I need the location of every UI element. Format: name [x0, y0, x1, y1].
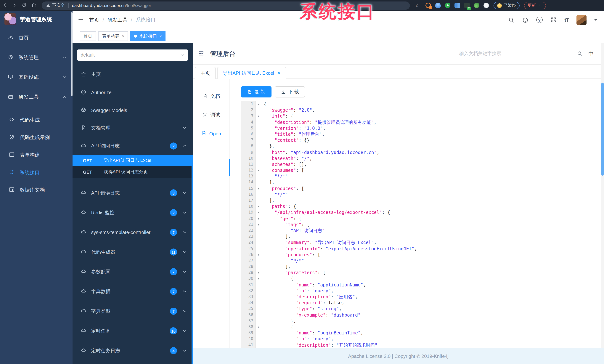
- language-toggle[interactable]: 中: [588, 50, 594, 57]
- extension-icon-paw[interactable]: [483, 3, 489, 8]
- doc-tab-close-icon[interactable]: ✕: [277, 71, 280, 75]
- api-menu-item-Authorize[interactable]: Authorize: [73, 83, 193, 101]
- doc-search-icon[interactable]: [577, 51, 582, 57]
- extension-icon-cn[interactable]: cn: [464, 3, 470, 8]
- main-scrollbar-thumb[interactable]: [601, 83, 604, 176]
- api-menu-item-label: sys-sms-template-controller: [91, 229, 165, 235]
- avatar[interactable]: [577, 15, 587, 25]
- group-select[interactable]: default: [77, 50, 188, 61]
- breadcrumb-item[interactable]: 研发工具: [107, 17, 127, 23]
- browser-forward-button[interactable]: [10, 2, 19, 8]
- app-menu: 首页系统管理基础设施研发工具代码生成代码生成示例表单构建系统接口数据库文档: [0, 28, 73, 199]
- json-editor[interactable]: 1▾ {2 "swagger": "2.0",3▾ "info": {4 "de…: [241, 101, 600, 348]
- api-menu-item-岗位[interactable]: 岗位: [73, 361, 193, 364]
- tag-tab-系统接口[interactable]: 系统接口×: [130, 31, 165, 41]
- doc-nav-文档[interactable]: 文档: [193, 87, 229, 106]
- collapse-menu-icon[interactable]: [198, 50, 204, 57]
- extension-icon-blue-drop[interactable]: [435, 3, 440, 8]
- api-menu-item-字典数据[interactable]: 字典数据7: [73, 282, 193, 301]
- doc-nav-Open[interactable]: Open: [193, 124, 229, 143]
- editor-line: 13 "*/*": [241, 174, 600, 179]
- browser-reload-button[interactable]: [19, 2, 29, 8]
- api-menu-item-主页[interactable]: 主页: [73, 65, 193, 83]
- tag-close-icon[interactable]: ×: [122, 34, 125, 38]
- api-menu-item-Swagger Models[interactable]: Swagger Models: [73, 101, 193, 119]
- api-menu-item-定时任务日志[interactable]: 定时任务日志4: [73, 341, 193, 361]
- extension-icon-orange[interactable]: 1: [425, 3, 431, 8]
- api-menu-item-文档管理[interactable]: 文档管理: [73, 119, 193, 137]
- sidebar-item-研发工具[interactable]: 研发工具: [0, 87, 73, 107]
- fold-toggle-icon[interactable]: ▾: [256, 113, 261, 119]
- font-size-icon[interactable]: tT: [565, 17, 569, 23]
- app-logo-row[interactable]: 芋道管理系统: [0, 11, 73, 28]
- extension-icon-blue-grid[interactable]: [454, 3, 460, 8]
- update-pill[interactable]: 更新 ⋮: [524, 2, 546, 9]
- fold-toggle-icon[interactable]: ▾: [256, 222, 261, 228]
- extension-icon-green-circle[interactable]: [445, 3, 450, 8]
- fold-toggle-icon: [256, 119, 261, 125]
- fold-toggle-icon[interactable]: ▾: [256, 101, 261, 107]
- code-text: "produces": [: [261, 252, 320, 258]
- breadcrumb-item: 系统接口: [136, 17, 156, 23]
- fold-toggle-icon: [256, 131, 261, 137]
- doc-nav-调试[interactable]: 调试: [193, 106, 229, 124]
- download-button[interactable]: 下 载: [275, 86, 305, 98]
- code-text: "summary": "导出API 访问日志 Excel",: [261, 240, 377, 246]
- fold-toggle-icon[interactable]: ▾: [256, 276, 261, 282]
- doc-tab-导出API 访问日志 Excel[interactable]: 导出API 访问日志 Excel✕: [217, 67, 286, 79]
- paused-pill[interactable]: 已暂停: [493, 2, 519, 9]
- sidebar-subitem-数据库文档[interactable]: 数据库文档: [0, 181, 73, 199]
- app-sidebar-scrollbar[interactable]: [71, 12, 73, 96]
- bookmark-star-icon[interactable]: ☆: [415, 3, 419, 8]
- api-menu-item-API 错误日志[interactable]: API 错误日志3: [73, 183, 193, 203]
- avatar-caret-icon[interactable]: [594, 19, 597, 22]
- chevron-up-icon: [62, 94, 67, 100]
- tag-close-icon[interactable]: ×: [159, 34, 162, 38]
- sidebar-subitem-表单构建[interactable]: 表单构建: [0, 146, 73, 164]
- api-menu-item-定时任务[interactable]: 定时任务10: [73, 321, 193, 341]
- fullscreen-icon[interactable]: [551, 17, 557, 23]
- fold-toggle-icon[interactable]: ▾: [256, 186, 261, 191]
- line-number: 30: [241, 276, 256, 282]
- main-scrollbar[interactable]: [601, 43, 604, 364]
- tag-tab-首页[interactable]: 首页: [80, 31, 96, 41]
- fold-toggle-icon[interactable]: ▾: [256, 203, 261, 209]
- sidebar-item-系统管理[interactable]: 系统管理: [0, 48, 73, 67]
- fold-toggle-icon[interactable]: ▾: [256, 252, 261, 258]
- browser-menu-icon[interactable]: ⋮: [538, 3, 542, 8]
- fold-toggle-icon[interactable]: ▾: [256, 324, 261, 330]
- tag-tab-表单构建[interactable]: 表单构建×: [98, 31, 128, 41]
- doc-search-input[interactable]: [459, 49, 571, 58]
- browser-back-button[interactable]: [0, 2, 10, 8]
- address-bar[interactable]: 不安全 dashboard.yudao.iocoder.cn/tool/swag…: [42, 1, 410, 10]
- browser-home-button[interactable]: [29, 2, 39, 8]
- github-icon[interactable]: [522, 17, 528, 23]
- search-icon[interactable]: [508, 17, 514, 23]
- sidebar-subitem-代码生成[interactable]: 代码生成: [0, 111, 73, 129]
- extension-icon-green-sprout[interactable]: [474, 3, 479, 8]
- api-menu-item-API 访问日志[interactable]: API 访问日志2: [73, 137, 193, 155]
- sidebar-item-基础设施[interactable]: 基础设施: [0, 67, 73, 87]
- help-icon[interactable]: ?: [536, 17, 543, 23]
- api-operation-获得API 访问日志分页[interactable]: GET获得API 访问日志分页: [73, 166, 193, 178]
- doc-tab-主页[interactable]: 主页: [195, 67, 216, 79]
- api-operation-导出API 访问日志 Excel[interactable]: GET导出API 访问日志 Excel: [73, 155, 193, 166]
- hamburger-icon[interactable]: [78, 16, 84, 24]
- sidebar-item-首页[interactable]: 首页: [0, 28, 73, 48]
- copy-button[interactable]: 复 制: [241, 86, 271, 98]
- api-menu-item-label: Authorize: [91, 89, 188, 95]
- chevron-up-icon: [182, 143, 188, 149]
- api-menu-item-代码生成器[interactable]: 代码生成器11: [73, 242, 193, 262]
- fold-toggle-icon[interactable]: ▾: [256, 167, 261, 173]
- api-menu-item-字典类型[interactable]: 字典类型7: [73, 301, 193, 321]
- api-menu-item-Redis 监控[interactable]: Redis 监控2: [73, 203, 193, 223]
- fold-toggle-icon[interactable]: ▾: [256, 270, 261, 276]
- api-menu-item-参数配置[interactable]: 参数配置7: [73, 262, 193, 282]
- fold-toggle-icon[interactable]: ▾: [256, 210, 261, 215]
- sidebar-subitem-代码生成示例[interactable]: 代码生成示例: [0, 129, 73, 146]
- api-menu-item-sys-sms-template-controller[interactable]: sys-sms-template-controller7: [73, 223, 193, 242]
- sidebar-subitem-系统接口[interactable]: 系统接口: [0, 164, 73, 181]
- fold-toggle-icon[interactable]: ▾: [256, 215, 261, 222]
- code-text: "*/*": [261, 258, 304, 264]
- breadcrumb-item[interactable]: 首页: [89, 17, 99, 23]
